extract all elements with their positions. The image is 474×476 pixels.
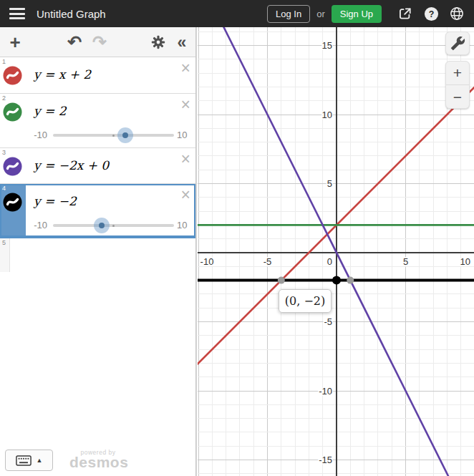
plot-point-1[interactable]	[332, 276, 341, 285]
expression-latex[interactable]: y = x + 2	[34, 57, 91, 92]
slider-max-label[interactable]: 10	[177, 130, 187, 140]
svg-text:5: 5	[403, 256, 408, 267]
svg-text:-5: -5	[324, 316, 332, 327]
row-number: 5	[2, 239, 6, 246]
desmos-logo: desmos	[69, 456, 127, 470]
plot-point-2[interactable]	[278, 277, 285, 284]
row-number: 3	[2, 149, 6, 156]
graph-settings-wrench-button[interactable]	[445, 31, 470, 55]
slider-min-label[interactable]: -10	[27, 130, 47, 140]
settings-gear-icon[interactable]	[148, 27, 168, 57]
wrench-icon	[450, 36, 465, 51]
delete-expression-icon[interactable]: ×	[181, 60, 190, 77]
slider-zero-tick	[112, 135, 115, 137]
svg-text:-15: -15	[319, 455, 332, 465]
delete-expression-icon[interactable]: ×	[181, 97, 190, 113]
expression-color-icon[interactable]	[3, 102, 22, 122]
keyboard-open-caret: ▲	[37, 457, 43, 464]
hamburger-menu-icon[interactable]	[9, 8, 25, 19]
help-icon[interactable]: ?	[423, 6, 439, 21]
row-number: 4	[2, 185, 6, 192]
slider-track[interactable]	[53, 224, 174, 227]
expression-row-5-empty[interactable]: 5	[0, 238, 195, 272]
svg-text:10: 10	[322, 110, 332, 120]
expression-latex[interactable]: y = −2	[34, 184, 77, 218]
expression-color-icon[interactable]	[3, 193, 22, 212]
svg-text:15: 15	[322, 40, 332, 51]
graph-paper[interactable]: -10-5051015105-5-10-15 (0, −2) + −	[196, 27, 474, 476]
expression-latex[interactable]: y = −2x + 0	[34, 148, 109, 183]
slider-zero-tick	[112, 225, 115, 227]
share-icon[interactable]	[397, 6, 413, 21]
zoom-controls: + −	[445, 61, 470, 109]
svg-text:5: 5	[327, 178, 332, 189]
point-label-tooltip: (0, −2)	[279, 289, 332, 313]
slider-handle[interactable]	[94, 218, 110, 233]
zoom-out-button[interactable]: −	[446, 85, 469, 109]
expression-latex[interactable]: y = 2	[34, 94, 66, 128]
signup-button[interactable]: Sign Up	[332, 5, 382, 23]
expression-panel: + ↶ ↷ « 1 y = x + 2 × 2 y = 2 × -10	[0, 27, 196, 476]
keyboard-toggle-button[interactable]: ▲	[5, 450, 53, 471]
value-slider: -10 10	[0, 125, 195, 145]
top-bar-actions: Log In or Sign Up ?	[267, 5, 474, 23]
login-button[interactable]: Log In	[267, 5, 310, 23]
delete-expression-icon[interactable]: ×	[181, 187, 190, 203]
collapse-panel-icon[interactable]: «	[172, 27, 192, 57]
row-number: 2	[2, 94, 6, 102]
graph-title: Untitled Graph	[37, 8, 106, 20]
svg-text:0: 0	[327, 256, 332, 267]
undo-button[interactable]: ↶	[64, 27, 84, 57]
delete-expression-icon[interactable]: ×	[181, 151, 190, 167]
expression-toolbar: + ↶ ↷ «	[0, 27, 195, 57]
desmos-branding: powered by desmos	[69, 449, 127, 470]
expression-row-3[interactable]: 3 y = −2x + 0 ×	[0, 148, 195, 184]
slider-max-label[interactable]: 10	[177, 220, 187, 230]
globe-icon[interactable]	[449, 6, 465, 21]
slider-track[interactable]	[53, 134, 174, 137]
slider-min-label[interactable]: -10	[27, 220, 47, 230]
slider-handle[interactable]	[117, 127, 133, 143]
top-bar: Untitled Graph Log In or Sign Up ?	[0, 0, 474, 27]
svg-text:?: ?	[428, 9, 434, 19]
expression-color-icon[interactable]	[3, 66, 22, 85]
keyboard-icon	[16, 455, 32, 466]
or-label: or	[316, 9, 325, 19]
svg-text:10: 10	[460, 256, 470, 267]
plot-point-3[interactable]	[347, 277, 354, 284]
expression-row-1[interactable]: 1 y = x + 2 ×	[0, 57, 195, 94]
graph-canvas[interactable]: -10-5051015105-5-10-15	[198, 27, 474, 476]
expression-row-2[interactable]: 2 y = 2 × -10 10	[0, 94, 195, 148]
add-expression-button[interactable]: +	[6, 27, 24, 57]
expression-row-4-selected[interactable]: 4 y = −2 × -10 10	[0, 184, 195, 238]
row-number: 1	[2, 58, 6, 65]
value-slider: -10 10	[0, 215, 195, 235]
svg-text:-10: -10	[319, 386, 332, 397]
svg-text:-5: -5	[263, 256, 272, 267]
redo-button: ↷	[90, 27, 110, 57]
svg-text:-10: -10	[200, 256, 214, 267]
expression-color-icon[interactable]	[3, 157, 22, 176]
zoom-in-button[interactable]: +	[446, 62, 469, 85]
